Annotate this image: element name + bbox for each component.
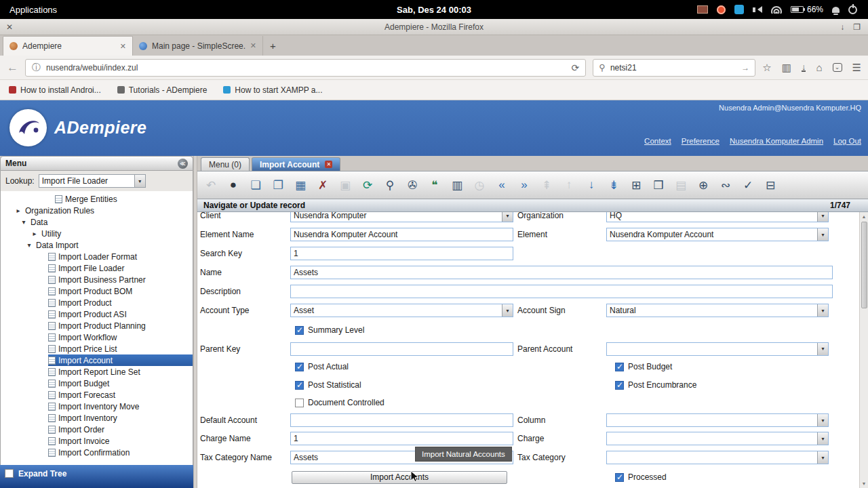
wifi-icon[interactable]: [771, 6, 782, 14]
account-sign-value[interactable]: [607, 304, 817, 317]
tree-item[interactable]: Import Invoice: [48, 435, 193, 447]
previous-record-icon[interactable]: ↑: [561, 177, 577, 193]
tree-item[interactable]: Import Loader Format: [48, 251, 193, 262]
detail-record-icon[interactable]: »: [516, 177, 532, 193]
new-tab-icon[interactable]: +: [270, 40, 276, 52]
delete-record-icon[interactable]: ✗: [315, 177, 331, 193]
workflow-icon[interactable]: ∾: [717, 177, 734, 193]
account-type-select[interactable]: ▾: [290, 304, 513, 317]
last-record-icon[interactable]: ⇟: [606, 177, 622, 193]
lookup-value[interactable]: [39, 175, 134, 187]
parent-account-value[interactable]: [607, 343, 817, 355]
element-select[interactable]: ▾: [606, 228, 829, 241]
preference-link[interactable]: Preference: [682, 137, 719, 145]
scroll-up-icon[interactable]: ▲: [862, 212, 867, 221]
browser-tab-mainpage[interactable]: Main page - SimpleScree... ✕: [133, 36, 263, 56]
tree-item[interactable]: Import Business Partner: [48, 274, 193, 285]
tree-item[interactable]: Import Product Planning: [48, 320, 193, 331]
history-icon[interactable]: ◷: [471, 177, 488, 193]
parent-key-field[interactable]: [290, 342, 513, 356]
collapse-panel-icon[interactable]: ≪: [178, 159, 188, 169]
back-icon[interactable]: ←: [7, 61, 18, 75]
find-record-icon[interactable]: ⚲: [382, 177, 398, 193]
check-requests-icon[interactable]: ✓: [740, 177, 756, 193]
tab-close-icon[interactable]: ✕: [325, 161, 332, 168]
tree-item[interactable]: Import Product: [48, 297, 193, 308]
site-info-icon[interactable]: ⓘ: [32, 62, 41, 74]
tree-item[interactable]: Import Budget: [48, 378, 193, 389]
organization-value[interactable]: [607, 212, 817, 222]
applications-menu[interactable]: Applications: [0, 5, 57, 15]
tree-item[interactable]: Utility: [31, 228, 193, 239]
charge-value[interactable]: [607, 432, 817, 445]
reload-icon[interactable]: ⟳: [572, 62, 580, 73]
tree-item[interactable]: Import Forecast: [48, 389, 193, 401]
chevron-down-icon[interactable]: ▾: [817, 432, 828, 445]
hamburger-menu-icon[interactable]: ☰: [852, 62, 861, 74]
chevron-down-icon[interactable]: ▾: [502, 212, 513, 222]
scrollbar-thumb[interactable]: [861, 222, 867, 308]
print-icon[interactable]: ▤: [673, 177, 689, 193]
search-go-icon[interactable]: →: [741, 63, 749, 73]
ignore-icon[interactable]: ●: [225, 177, 241, 193]
column-select[interactable]: ▾: [606, 413, 829, 427]
chevron-down-icon[interactable]: ▾: [134, 175, 145, 187]
charge-name-field[interactable]: [290, 432, 513, 445]
account-type-value[interactable]: [291, 304, 502, 317]
tree-item[interactable]: Import Report Line Set: [48, 366, 193, 378]
zoom-across-icon[interactable]: ⊕: [695, 177, 711, 193]
browser-tab-adempiere[interactable]: Adempiere ✕: [3, 36, 133, 56]
chevron-down-icon[interactable]: ▾: [817, 343, 828, 355]
parent-account-select[interactable]: ▾: [606, 342, 829, 356]
url-bar[interactable]: ⓘ nusendra/webui/index.zul ⟳: [25, 59, 586, 77]
client-select[interactable]: ▾: [290, 212, 513, 222]
undo-icon[interactable]: ↶: [203, 177, 219, 193]
screenshot-icon[interactable]: [697, 5, 708, 14]
tree-item[interactable]: Import Product ASI: [48, 308, 193, 320]
save-record-icon[interactable]: ▣: [337, 177, 353, 193]
chevron-down-icon[interactable]: ▾: [817, 304, 828, 317]
new-record-icon[interactable]: ❏: [248, 177, 264, 193]
tree-item[interactable]: Import Product BOM: [48, 285, 193, 297]
tree-item[interactable]: Merge Entities: [55, 193, 193, 205]
post-statistical-checkbox[interactable]: [295, 381, 304, 390]
window-maximize-icon[interactable]: ❐: [853, 22, 861, 32]
window-close-icon[interactable]: ✕: [6, 22, 13, 32]
tree-item[interactable]: Organization Rules: [14, 205, 193, 216]
tree-item[interactable]: Data: [20, 216, 193, 228]
chevron-down-icon[interactable]: ▾: [502, 304, 513, 317]
tree-item[interactable]: Import Workflow: [48, 331, 193, 343]
grid-edit-icon[interactable]: ▦: [292, 177, 309, 193]
post-budget-checkbox[interactable]: [615, 363, 624, 371]
tree-item[interactable]: Import Inventory: [48, 412, 193, 424]
screenshare-icon[interactable]: [734, 5, 744, 14]
notification-bell-icon[interactable]: [832, 7, 840, 13]
description-field[interactable]: [290, 285, 833, 298]
volume-icon[interactable]: [753, 6, 762, 13]
power-icon[interactable]: [848, 5, 857, 14]
system-clock[interactable]: Sab, Des 24 00:03: [397, 5, 471, 15]
chevron-down-icon[interactable]: ▾: [817, 212, 828, 222]
pocket-icon[interactable]: ⌄: [833, 63, 842, 72]
archive-icon[interactable]: ❒: [650, 177, 667, 193]
post-encumbrance-checkbox[interactable]: [615, 381, 624, 390]
client-value[interactable]: [291, 212, 502, 222]
role-link[interactable]: Nusendra Komputer Admin: [730, 137, 823, 145]
refresh-icon[interactable]: ⟳: [359, 177, 376, 193]
name-field[interactable]: [290, 266, 833, 279]
chevron-down-icon[interactable]: ▾: [817, 414, 828, 426]
tax-category-select[interactable]: ▾: [606, 451, 829, 464]
element-value[interactable]: [607, 228, 817, 241]
url-input[interactable]: nusendra/webui/index.zul: [46, 63, 566, 73]
tree-item[interactable]: Import Inventory Move: [48, 401, 193, 412]
bookmark-tutorials-adempiere[interactable]: Tutorials - ADempiere: [117, 85, 208, 95]
report-icon[interactable]: ⊞: [628, 177, 644, 193]
logout-link[interactable]: Log Out: [833, 137, 861, 145]
account-sign-select[interactable]: ▾: [606, 304, 829, 317]
vertical-scrollbar[interactable]: ▲ ▼: [859, 212, 868, 488]
bookmark-star-icon[interactable]: ☆: [762, 62, 771, 74]
battery-icon[interactable]: 66%: [791, 5, 823, 14]
lookup-select[interactable]: ▾: [39, 174, 146, 188]
search-bar[interactable]: ⚲ netsi21 →: [593, 59, 755, 77]
chevron-down-icon[interactable]: ▾: [817, 228, 828, 241]
